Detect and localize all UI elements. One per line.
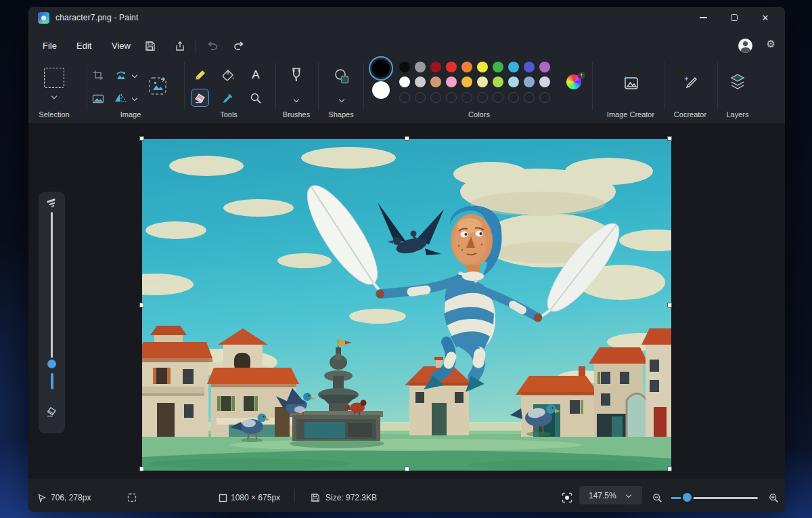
color-swatch[interactable]: [539, 62, 550, 72]
color-swatch[interactable]: [539, 77, 550, 87]
rotate-dropdown-chevron-icon[interactable]: [132, 72, 137, 78]
color-swatch[interactable]: [446, 62, 457, 72]
custom-color-slot[interactable]: [524, 92, 535, 103]
zoom-dropdown-chevron-icon: [626, 492, 631, 498]
fill-tool[interactable]: [221, 68, 235, 83]
save-button[interactable]: [140, 37, 160, 56]
selection-handle[interactable]: [405, 467, 409, 471]
account-avatar[interactable]: [738, 39, 752, 53]
rotate-icon: [114, 68, 128, 82]
shapes-icon: [333, 68, 351, 85]
cursor-position-icon: [37, 492, 47, 503]
selection-handle[interactable]: [667, 136, 672, 141]
zoom-slider-thumb[interactable]: [683, 493, 692, 502]
zoom-fit-icon[interactable]: [562, 492, 572, 503]
brushes-button[interactable]: [288, 67, 304, 87]
eraser-small-icon[interactable]: [45, 405, 58, 418]
zoom-in-button[interactable]: [768, 492, 779, 503]
crop-button[interactable]: [91, 68, 106, 83]
fill-bucket-icon: [222, 69, 235, 82]
menu-file[interactable]: File: [34, 36, 66, 55]
size-slider-thumb[interactable]: [47, 360, 56, 368]
custom-color-slot[interactable]: [508, 92, 519, 103]
color-swatch[interactable]: [508, 62, 519, 72]
cursor-position: 706, 278px: [51, 493, 91, 502]
custom-color-slot[interactable]: [415, 92, 426, 103]
minimize-button[interactable]: [687, 7, 719, 28]
foreground-color-swatch[interactable]: [372, 60, 390, 77]
menu-edit[interactable]: Edit: [68, 36, 100, 55]
selection-handle[interactable]: [139, 467, 144, 471]
selection-size-icon: [127, 492, 137, 503]
titlebar: character7.png - Paint ✕: [28, 7, 785, 30]
rotate-button[interactable]: [114, 68, 129, 83]
custom-color-slot[interactable]: [399, 92, 410, 103]
color-swatch[interactable]: [461, 62, 472, 72]
selection-tool[interactable]: [44, 68, 64, 88]
color-swatch[interactable]: [461, 77, 472, 87]
color-swatch[interactable]: [524, 77, 535, 87]
selection-handle[interactable]: [667, 467, 672, 471]
color-swatch[interactable]: [415, 77, 426, 87]
shapes-button[interactable]: [333, 68, 351, 85]
color-swatch[interactable]: [415, 62, 426, 72]
cocreator-button[interactable]: [681, 74, 700, 93]
paint-window: character7.png - Paint ✕ File Edit View …: [28, 7, 785, 512]
color-swatch[interactable]: [446, 77, 457, 87]
painting-scene: [142, 139, 671, 471]
layers-button[interactable]: [728, 72, 747, 91]
color-swatch[interactable]: [493, 77, 503, 87]
eyedropper-tool[interactable]: [221, 91, 235, 106]
image-creator-button[interactable]: [621, 74, 640, 93]
eraser-tool-selected[interactable]: [191, 89, 209, 107]
selection-dropdown-chevron-icon[interactable]: [51, 93, 57, 99]
maximize-button[interactable]: [719, 7, 750, 28]
pencil-tool[interactable]: [193, 68, 208, 83]
selection-handle[interactable]: [139, 303, 144, 307]
color-swatch[interactable]: [508, 77, 519, 87]
share-button[interactable]: [170, 37, 190, 56]
flip-dropdown-chevron-icon[interactable]: [132, 95, 137, 101]
shapes-dropdown-chevron-icon[interactable]: [339, 97, 344, 102]
zoom-out-button[interactable]: [652, 492, 662, 503]
canvas-image[interactable]: [142, 139, 671, 471]
color-swatch[interactable]: [477, 77, 488, 87]
brushes-dropdown-chevron-icon[interactable]: [294, 97, 299, 102]
color-swatch[interactable]: [477, 62, 488, 72]
custom-color-slot[interactable]: [493, 92, 503, 103]
custom-color-slot[interactable]: [430, 92, 441, 103]
zoom-level-dropdown[interactable]: 147.5%: [579, 486, 642, 504]
text-tool-icon: A: [252, 68, 259, 82]
flip-button[interactable]: [113, 91, 128, 106]
color-swatch[interactable]: [430, 77, 441, 87]
undo-button[interactable]: [202, 37, 222, 56]
color-swatch[interactable]: [399, 77, 410, 87]
color-swatch[interactable]: [430, 62, 441, 72]
color-swatch[interactable]: [399, 62, 410, 72]
settings-gear-icon[interactable]: ⚙: [767, 38, 775, 50]
selection-handle[interactable]: [139, 136, 144, 141]
resize-button[interactable]: [91, 91, 106, 106]
custom-color-slot[interactable]: [446, 92, 457, 103]
remove-background-button[interactable]: [148, 76, 168, 96]
group-label-image: Image: [104, 110, 158, 118]
selection-handle[interactable]: [405, 136, 409, 141]
file-size: Size: 972.3KB: [325, 493, 377, 502]
custom-color-slot[interactable]: [539, 92, 550, 103]
background-color-swatch[interactable]: [372, 81, 390, 99]
color-swatch[interactable]: [524, 62, 535, 72]
color-swatch[interactable]: [493, 62, 503, 72]
selection-handle[interactable]: [667, 303, 672, 307]
magnifier-tool[interactable]: [248, 91, 263, 106]
menu-view[interactable]: View: [103, 36, 139, 55]
text-tool[interactable]: A: [248, 68, 263, 83]
redo-button[interactable]: [229, 37, 249, 56]
custom-color-slot[interactable]: [461, 92, 472, 103]
statusbar-separator: [294, 489, 295, 502]
eyedropper-icon: [222, 92, 234, 104]
size-slider-track[interactable]: [51, 212, 53, 361]
close-button[interactable]: ✕: [750, 7, 781, 28]
custom-color-slot[interactable]: [477, 92, 488, 103]
palette-row-2: [399, 77, 550, 87]
menubar: File Edit View ⚙: [28, 34, 785, 58]
